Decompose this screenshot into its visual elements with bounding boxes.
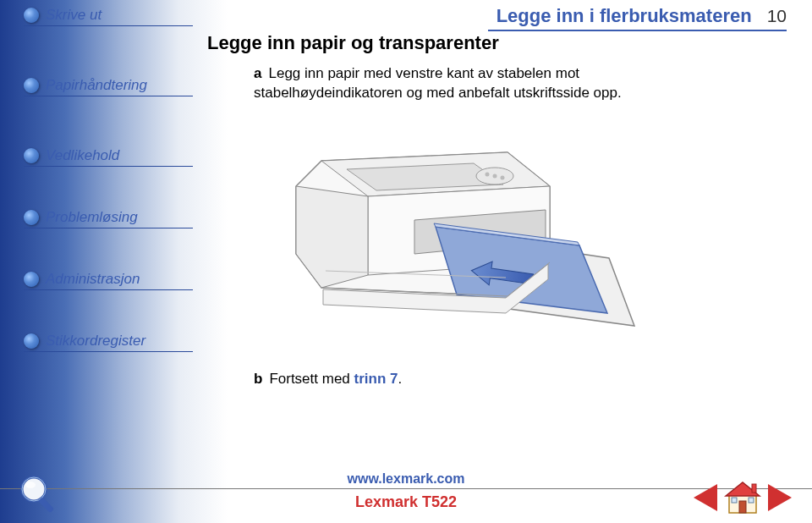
nav-item-maintenance[interactable]: Vedlikehold <box>24 147 193 167</box>
nav-label: Papirhåndtering <box>46 77 147 94</box>
section-heading: Legge inn papir og transparenter <box>207 32 499 54</box>
step-a: aLegg inn papir med venstre kant av stab… <box>254 64 727 103</box>
svg-rect-11 <box>739 501 746 513</box>
nav-item-print[interactable]: Skrive ut <box>24 7 193 26</box>
step-text: Legg inn papir med venstre kant av stabe… <box>254 65 622 101</box>
nav-label: Stikkordregister <box>46 333 145 350</box>
page-title: Legge inn i flerbruksmateren <box>497 5 752 27</box>
svg-point-2 <box>493 174 497 179</box>
svg-point-1 <box>486 173 490 177</box>
step-b: bFortsett med trinn 7. <box>254 371 402 388</box>
nav-label: Problemløsing <box>46 209 138 226</box>
sidebar-nav: Skrive ut Papirhåndtering Vedlikehold Pr… <box>24 7 193 379</box>
step-letter: b <box>254 371 262 387</box>
svg-rect-8 <box>38 497 54 513</box>
search-icon[interactable] <box>17 472 59 515</box>
nav-label: Skrive ut <box>46 7 102 24</box>
nav-item-troubleshoot[interactable]: Problemløsing <box>24 209 193 228</box>
svg-rect-12 <box>732 498 737 503</box>
home-icon[interactable] <box>724 481 761 515</box>
step-text-suffix: . <box>398 371 402 387</box>
bullet-icon <box>24 8 39 23</box>
next-page-icon[interactable] <box>768 484 792 511</box>
svg-point-3 <box>501 176 505 180</box>
prev-page-icon[interactable] <box>694 484 717 511</box>
step-link[interactable]: trinn 7 <box>354 371 398 387</box>
nav-label: Vedlikehold <box>46 147 119 164</box>
footer-nav <box>694 481 792 515</box>
nav-item-admin[interactable]: Administrasjon <box>24 271 193 290</box>
svg-point-7 <box>25 482 36 488</box>
page-number: 10 <box>767 6 787 26</box>
page-header: Legge inn i flerbruksmateren 10 <box>488 5 787 31</box>
bullet-icon <box>24 78 39 93</box>
nav-item-paper[interactable]: Papirhåndtering <box>24 77 193 96</box>
step-text-prefix: Fortsett med <box>269 371 354 387</box>
footer-url[interactable]: www.lexmark.com <box>0 471 812 489</box>
bullet-icon <box>24 148 39 163</box>
nav-item-index[interactable]: Stikkordregister <box>24 333 193 352</box>
step-letter: a <box>254 65 261 81</box>
bullet-icon <box>24 210 39 225</box>
bullet-icon <box>24 272 39 287</box>
printer-illustration <box>288 135 643 355</box>
bullet-icon <box>24 333 39 349</box>
svg-rect-14 <box>752 484 756 493</box>
nav-label: Administrasjon <box>46 271 140 288</box>
footer-product: Lexmark T522 <box>0 493 812 511</box>
svg-rect-13 <box>749 498 754 503</box>
